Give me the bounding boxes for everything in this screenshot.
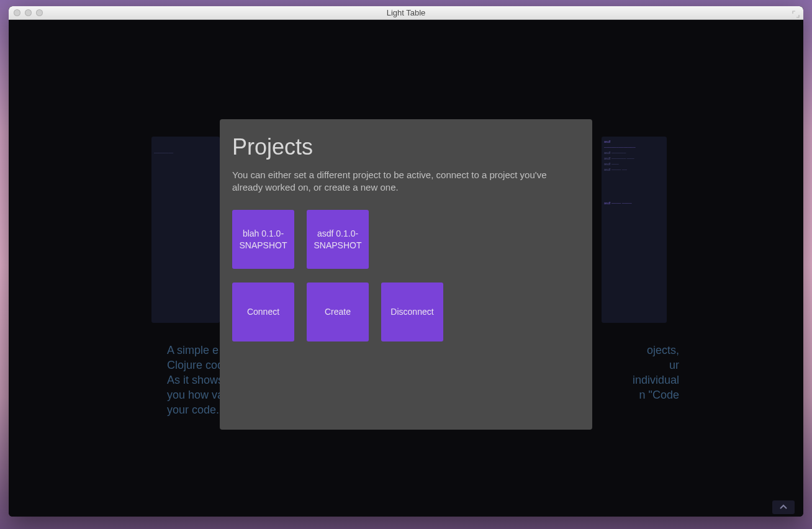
project-tile-asdf[interactable]: asdf 0.1.0-SNAPSHOT (307, 210, 369, 269)
window-titlebar: Light Table (9, 6, 803, 20)
chevron-up-icon (779, 504, 788, 510)
traffic-lights (9, 9, 43, 16)
background-panel-left: ──────── (151, 137, 220, 323)
zoom-window-button[interactable] (36, 9, 43, 16)
modal-title: Projects (232, 134, 580, 160)
close-window-button[interactable] (14, 9, 20, 16)
modal-description: You can either set a different project t… (232, 169, 561, 194)
minimize-window-button[interactable] (25, 9, 32, 16)
background-panel-right: asdf ───────────── asdf ────── asdf ────… (602, 137, 667, 323)
projects-modal: Projects You can either set a different … (220, 119, 592, 430)
create-button[interactable]: Create (307, 283, 369, 341)
project-tile-blah[interactable]: blah 0.1.0-SNAPSHOT (232, 210, 294, 269)
actions-row: Connect Create Disconnect (232, 283, 580, 341)
app-window: Light Table ──────── asdf ───────────── … (9, 6, 803, 517)
background-description-right: ojects, ur individual n "Code (586, 343, 679, 402)
fullscreen-icon[interactable] (792, 9, 800, 17)
projects-row: blah 0.1.0-SNAPSHOT asdf 0.1.0-SNAPSHOT (232, 210, 580, 269)
app-content: ──────── asdf ───────────── asdf ────── … (9, 20, 803, 517)
collapse-panel-button[interactable] (772, 500, 795, 514)
disconnect-button[interactable]: Disconnect (381, 283, 443, 341)
connect-button[interactable]: Connect (232, 283, 294, 341)
window-title: Light Table (387, 8, 426, 17)
